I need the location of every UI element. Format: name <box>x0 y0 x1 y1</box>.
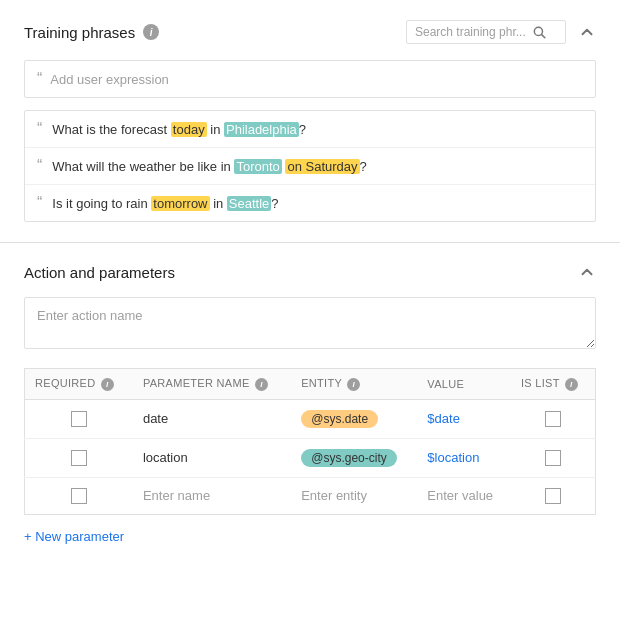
islist-cell <box>511 438 596 477</box>
phrase-row: “ Is it going to rain tomorrow in Seattl… <box>25 185 595 221</box>
header-right: Search training phr... <box>406 20 596 44</box>
enter-value-placeholder: Enter value <box>427 488 493 503</box>
phrase-text: Is it going to rain tomorrow in Seattle? <box>52 196 278 211</box>
phrase-text: What is the forecast today in Philadelph… <box>52 122 306 137</box>
highlight-location: Toronto <box>234 159 281 174</box>
required-cell <box>25 477 133 514</box>
islist-checkbox[interactable] <box>545 411 561 427</box>
phrase-plain: What is the forecast <box>52 122 171 137</box>
entity-cell[interactable]: @sys.date <box>291 399 417 438</box>
enter-name-placeholder: Enter name <box>143 488 210 503</box>
phrase-plain: ? <box>360 159 367 174</box>
param-name-info-icon[interactable]: i <box>255 378 268 391</box>
phrase-plain: in <box>210 196 227 211</box>
quote-icon: “ <box>37 121 42 137</box>
phrase-text: What will the weather be like in Toronto… <box>52 159 366 174</box>
value-cell[interactable]: $location <box>417 438 511 477</box>
entity-cell[interactable]: @sys.geo-city <box>291 438 417 477</box>
quote-icon: “ <box>37 195 42 211</box>
phrase-row: “ What will the weather be like in Toron… <box>25 148 595 185</box>
action-params-collapse-button[interactable] <box>578 263 596 281</box>
highlight-date: today <box>171 122 207 137</box>
chevron-up-icon <box>578 263 596 281</box>
col-parameter-name: PARAMETER NAME i <box>133 369 291 400</box>
params-table: REQUIRED i PARAMETER NAME i ENTITY i VAL… <box>24 368 596 515</box>
table-row: date @sys.date $date <box>25 399 596 438</box>
value-cell[interactable]: $date <box>417 399 511 438</box>
islist-cell <box>511 477 596 514</box>
phrases-list: “ What is the forecast today in Philadel… <box>24 110 596 222</box>
col-required: REQUIRED i <box>25 369 133 400</box>
action-name-input[interactable] <box>24 297 596 349</box>
phrase-plain: ? <box>271 196 278 211</box>
params-table-header: REQUIRED i PARAMETER NAME i ENTITY i VAL… <box>25 369 596 400</box>
col-is-list: IS LIST i <box>511 369 596 400</box>
param-name-cell[interactable]: location <box>133 438 291 477</box>
islist-cell <box>511 399 596 438</box>
action-params-section: Action and parameters REQUIRED i PARAMET… <box>0 243 620 564</box>
table-row: location @sys.geo-city $location <box>25 438 596 477</box>
required-checkbox[interactable] <box>71 411 87 427</box>
svg-line-1 <box>541 35 544 38</box>
required-cell <box>25 438 133 477</box>
training-phrases-title: Training phrases <box>24 24 135 41</box>
help-icon[interactable]: i <box>143 24 159 40</box>
action-params-title: Action and parameters <box>24 264 175 281</box>
islist-checkbox[interactable] <box>545 450 561 466</box>
required-checkbox[interactable] <box>71 450 87 466</box>
entity-badge-date: @sys.date <box>301 410 378 428</box>
param-name-cell[interactable]: date <box>133 399 291 438</box>
phrase-plain: Is it going to rain <box>52 196 151 211</box>
phrase-plain: in <box>207 122 224 137</box>
table-row: Enter name Enter entity Enter value <box>25 477 596 514</box>
value-cell[interactable]: Enter value <box>417 477 511 514</box>
highlight-date: tomorrow <box>151 196 209 211</box>
search-placeholder: Search training phr... <box>415 25 526 39</box>
col-value: VALUE <box>417 369 511 400</box>
required-checkbox[interactable] <box>71 488 87 504</box>
action-params-title-group: Action and parameters <box>24 264 175 281</box>
islist-checkbox[interactable] <box>545 488 561 504</box>
islist-info-icon[interactable]: i <box>565 378 578 391</box>
value-link[interactable]: $date <box>427 411 460 426</box>
search-box[interactable]: Search training phr... <box>406 20 566 44</box>
quote-icon: “ <box>37 71 42 87</box>
phrase-plain: ? <box>299 122 306 137</box>
required-cell <box>25 399 133 438</box>
entity-badge-geocity: @sys.geo-city <box>301 449 397 467</box>
required-info-icon[interactable]: i <box>101 378 114 391</box>
training-phrases-section: Training phrases i Search training phr..… <box>0 0 620 242</box>
entity-info-icon[interactable]: i <box>347 378 360 391</box>
action-params-header: Action and parameters <box>24 263 596 281</box>
param-name-cell[interactable]: Enter name <box>133 477 291 514</box>
add-expression-box[interactable]: “ Add user expression <box>24 60 596 98</box>
quote-icon: “ <box>37 158 42 174</box>
collapse-button[interactable] <box>578 23 596 41</box>
search-icon <box>532 25 546 39</box>
params-table-body: date @sys.date $date <box>25 399 596 514</box>
enter-entity-placeholder: Enter entity <box>301 488 367 503</box>
col-entity: ENTITY i <box>291 369 417 400</box>
value-link[interactable]: $location <box>427 450 479 465</box>
training-phrases-header: Training phrases i Search training phr..… <box>24 20 596 44</box>
phrase-row: “ What is the forecast today in Philadel… <box>25 111 595 148</box>
new-parameter-link[interactable]: + New parameter <box>24 529 124 544</box>
add-expression-placeholder: Add user expression <box>50 72 169 87</box>
chevron-up-icon <box>578 23 596 41</box>
highlight-date: on Saturday <box>285 159 359 174</box>
phrase-plain: What will the weather be like in <box>52 159 234 174</box>
highlight-location: Seattle <box>227 196 271 211</box>
entity-cell[interactable]: Enter entity <box>291 477 417 514</box>
highlight-location: Philadelphia <box>224 122 299 137</box>
title-group: Training phrases i <box>24 24 159 41</box>
